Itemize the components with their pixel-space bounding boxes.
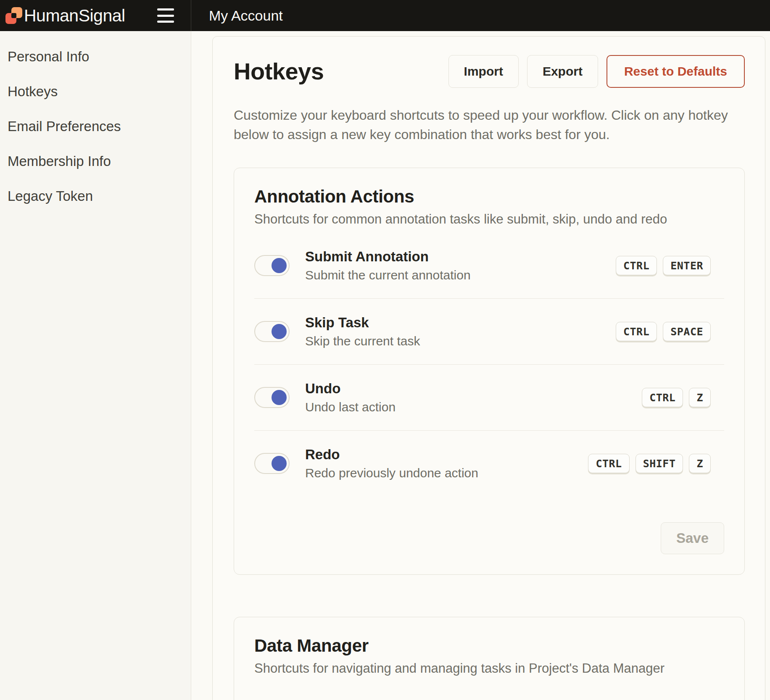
key-z[interactable]: Z [689, 388, 711, 407]
skip-task-toggle[interactable] [254, 321, 290, 342]
hotkey-row-redo: Redo Redo previously undone action CTRL … [254, 431, 724, 496]
save-button[interactable]: Save [661, 522, 724, 554]
data-manager-subtitle: Shortcuts for navigating and managing ta… [254, 661, 724, 676]
sidebar-item-personal-info[interactable]: Personal Info [0, 39, 191, 74]
hotkeys-heading: Hotkeys [234, 55, 324, 88]
hotkey-description: Submit the current annotation [305, 268, 471, 282]
hotkey-combo[interactable]: CTRL Z [642, 388, 711, 407]
annotation-actions-section: Annotation Actions Shortcuts for common … [234, 168, 745, 575]
reset-to-defaults-button[interactable]: Reset to Defaults [607, 55, 745, 88]
hotkey-description: Skip the current task [305, 334, 420, 348]
sidebar-item-hotkeys[interactable]: Hotkeys [0, 74, 191, 109]
undo-toggle[interactable] [254, 387, 290, 408]
hotkey-combo[interactable]: CTRL SHIFT Z [588, 454, 711, 473]
hotkey-title: Skip Task [305, 315, 420, 331]
hotkey-rows: Submit Annotation Submit the current ann… [254, 233, 724, 496]
hotkey-row-submit-annotation: Submit Annotation Submit the current ann… [254, 233, 724, 299]
hotkey-description: Redo previously undone action [305, 466, 478, 480]
redo-toggle[interactable] [254, 453, 290, 474]
hotkeys-description: Customize your keyboard shortcuts to spe… [234, 105, 745, 144]
key-ctrl[interactable]: CTRL [616, 256, 657, 275]
hamburger-menu-icon[interactable] [157, 8, 174, 23]
key-enter[interactable]: ENTER [663, 256, 711, 275]
description-line-2: below to assign a new key combination th… [234, 125, 745, 144]
brand-name: HumanSignal [24, 6, 125, 26]
import-button[interactable]: Import [448, 55, 519, 88]
hotkey-title: Undo [305, 381, 396, 397]
brand-area: HumanSignal [0, 0, 191, 31]
data-manager-heading: Data Manager [254, 636, 724, 656]
hotkey-description: Undo last action [305, 400, 396, 414]
submit-annotation-toggle[interactable] [254, 255, 290, 276]
annotation-actions-subtitle: Shortcuts for common annotation tasks li… [254, 212, 724, 227]
hotkey-text: Skip Task Skip the current task [305, 315, 420, 348]
key-z[interactable]: Z [689, 454, 711, 473]
toggle-knob [272, 456, 287, 471]
key-space[interactable]: SPACE [663, 322, 711, 341]
export-button[interactable]: Export [527, 55, 598, 88]
key-ctrl[interactable]: CTRL [642, 388, 683, 407]
hotkey-text: Redo Redo previously undone action [305, 447, 478, 480]
data-manager-section: Data Manager Shortcuts for navigating an… [234, 617, 745, 700]
header-actions: Import Export Reset to Defaults [448, 55, 745, 88]
annotation-actions-heading: Annotation Actions [254, 187, 724, 207]
hotkey-combo[interactable]: CTRL SPACE [616, 322, 711, 341]
main-content: Hotkeys Import Export Reset to Defaults … [191, 31, 770, 700]
key-ctrl[interactable]: CTRL [616, 322, 657, 341]
hotkeys-header: Hotkeys Import Export Reset to Defaults [234, 55, 745, 88]
key-shift[interactable]: SHIFT [636, 454, 683, 473]
hotkey-combo[interactable]: CTRL ENTER [616, 256, 711, 275]
save-row: Save [254, 522, 724, 554]
toggle-knob [272, 390, 287, 405]
sidebar-item-legacy-token[interactable]: Legacy Token [0, 179, 191, 213]
toggle-knob [272, 324, 287, 339]
hotkey-row-skip-task: Skip Task Skip the current task CTRL SPA… [254, 299, 724, 365]
sidebar-item-membership-info[interactable]: Membership Info [0, 144, 191, 179]
humansignal-logo-icon [5, 7, 22, 24]
key-ctrl[interactable]: CTRL [588, 454, 629, 473]
hotkeys-card: Hotkeys Import Export Reset to Defaults … [212, 36, 765, 700]
toggle-knob [272, 258, 287, 273]
description-line-1: Customize your keyboard shortcuts to spe… [234, 105, 745, 125]
sidebar: Personal Info Hotkeys Email Preferences … [0, 31, 191, 700]
hotkey-title: Submit Annotation [305, 249, 471, 265]
hotkey-text: Submit Annotation Submit the current ann… [305, 249, 471, 282]
sidebar-item-email-preferences[interactable]: Email Preferences [0, 109, 191, 144]
hotkey-title: Redo [305, 447, 478, 463]
top-bar: HumanSignal My Account [0, 0, 770, 31]
page-title: My Account [209, 0, 283, 31]
hotkey-text: Undo Undo last action [305, 381, 396, 414]
hotkey-row-undo: Undo Undo last action CTRL Z [254, 365, 724, 431]
